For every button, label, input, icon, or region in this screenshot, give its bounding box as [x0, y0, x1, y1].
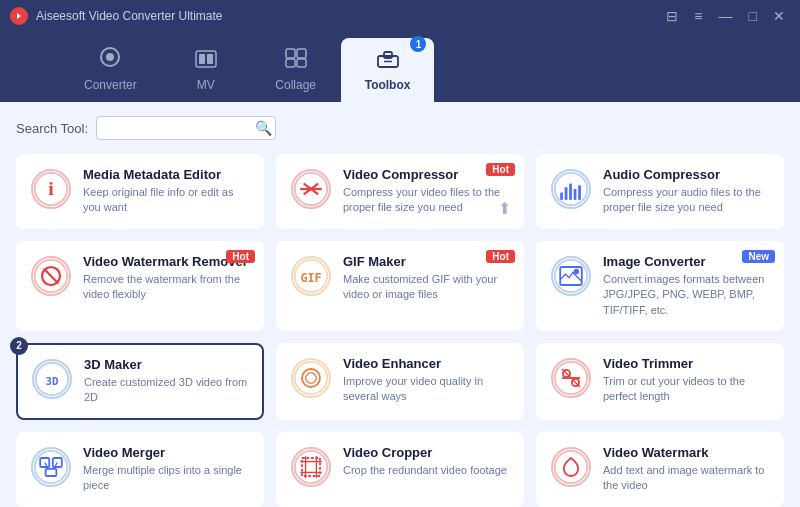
tool-card-video-enhancer[interactable]: Video Enhancer Improve your video qualit…: [276, 343, 524, 420]
nav-item-collage[interactable]: Collage: [251, 40, 341, 102]
tool-icon-video-watermark: [551, 447, 591, 487]
tool-icon-video-merger: [31, 447, 71, 487]
svg-rect-20: [569, 184, 572, 200]
search-input[interactable]: [105, 121, 255, 135]
tool-card-video-watermark-remover[interactable]: Video Watermark Remover Remove the water…: [16, 241, 264, 331]
minimize-btn[interactable]: ⊟: [661, 6, 683, 26]
collage-icon: [285, 48, 307, 74]
svg-point-33: [295, 362, 327, 394]
tool-icon-video-trimmer: [551, 358, 591, 398]
svg-rect-7: [297, 49, 306, 58]
nav-label-toolbox: Toolbox: [365, 78, 411, 92]
tool-info-video-merger: Video Merger Merge multiple clips into a…: [83, 445, 249, 494]
nav-bar: Converter MV Collage 1: [0, 32, 800, 102]
nav-label-mv: MV: [197, 78, 215, 92]
tool-desc-video-watermark: Add text and image watermark to the vide…: [603, 463, 769, 494]
tool-card-video-compressor[interactable]: Video Compressor Compress your video fil…: [276, 154, 524, 229]
tool-name-audio-compressor: Audio Compressor: [603, 167, 769, 182]
title-bar: Aiseesoft Video Converter Ultimate ⊟ ≡ —…: [0, 0, 800, 32]
app-logo: [10, 7, 28, 25]
nav-item-converter[interactable]: Converter: [60, 38, 161, 102]
tool-icon-3d-maker: 3D: [32, 359, 72, 399]
tool-info-video-cropper: Video Cropper Crop the redundant video f…: [343, 445, 509, 478]
tool-desc-gif-maker: Make customized GIF with your video or i…: [343, 272, 509, 303]
tool-name-video-trimmer: Video Trimmer: [603, 356, 769, 371]
tool-icon-image-converter: [551, 256, 591, 296]
svg-line-25: [44, 269, 58, 283]
toolbox-badge-num: 1: [410, 36, 426, 52]
nav-label-collage: Collage: [275, 78, 316, 92]
tool-card-media-metadata-editor[interactable]: i Media Metadata Editor Keep original fi…: [16, 154, 264, 229]
tool-info-3d-maker: 3D Maker Create customized 3D video from…: [84, 357, 248, 406]
tool-desc-image-converter: Convert images formats between JPG/JPEG,…: [603, 272, 769, 318]
badge-image-converter: New: [742, 250, 775, 263]
converter-icon: [99, 46, 121, 74]
search-input-wrap: 🔍: [96, 116, 276, 140]
tool-icon-gif-maker: GIF: [291, 256, 331, 296]
maximize-btn[interactable]: □: [744, 6, 762, 26]
tool-icon-video-compressor: [291, 169, 331, 209]
svg-rect-43: [46, 469, 57, 476]
app-title: Aiseesoft Video Converter Ultimate: [36, 9, 223, 23]
nav-item-toolbox[interactable]: 1 Toolbox: [341, 38, 435, 102]
svg-text:GIF: GIF: [300, 271, 321, 285]
tool-card-video-watermark[interactable]: Video Watermark Add text and image water…: [536, 432, 784, 507]
tool-info-video-enhancer: Video Enhancer Improve your video qualit…: [343, 356, 509, 405]
svg-rect-5: [207, 54, 213, 64]
tool-info-video-watermark: Video Watermark Add text and image water…: [603, 445, 769, 494]
svg-point-46: [295, 451, 327, 483]
svg-rect-11: [384, 52, 392, 58]
close-btn[interactable]: ✕: [768, 6, 790, 26]
tool-card-image-converter[interactable]: Image Converter Convert images formats b…: [536, 241, 784, 331]
minimize-window-btn[interactable]: —: [714, 6, 738, 26]
badge-video-watermark-remover: Hot: [226, 250, 255, 263]
tool-card-video-cropper[interactable]: Video Cropper Crop the redundant video f…: [276, 432, 524, 507]
mv-icon: [195, 48, 217, 74]
tool-name-gif-maker: GIF Maker: [343, 254, 509, 269]
tool-desc-3d-maker: Create customized 3D video from 2D: [84, 375, 248, 406]
menu-btn[interactable]: ≡: [689, 6, 707, 26]
tool-card-gif-maker[interactable]: GIF GIF Maker Make customized GIF with y…: [276, 241, 524, 331]
svg-point-2: [106, 53, 114, 61]
tool-name-3d-maker: 3D Maker: [84, 357, 248, 372]
title-bar-left: Aiseesoft Video Converter Ultimate: [10, 7, 223, 25]
badge-video-compressor: Hot: [486, 163, 515, 176]
tool-card-3d-maker[interactable]: 2 3D 3D Maker Create customized 3D video…: [16, 343, 264, 420]
tool-icon-video-cropper: [291, 447, 331, 487]
tool-icon-video-watermark-remover: [31, 256, 71, 296]
tool-desc-audio-compressor: Compress your audio files to the proper …: [603, 185, 769, 216]
tool-card-video-merger[interactable]: Video Merger Merge multiple clips into a…: [16, 432, 264, 507]
card-badge-3d-maker: 2: [10, 337, 28, 355]
nav-item-mv[interactable]: MV: [161, 40, 251, 102]
svg-point-52: [555, 451, 587, 483]
main-content: Search Tool: 🔍 i Media Metadata Editor K…: [0, 102, 800, 507]
svg-point-30: [574, 269, 579, 274]
svg-rect-47: [302, 458, 320, 476]
tool-desc-video-merger: Merge multiple clips into a single piece: [83, 463, 249, 494]
upload-arrow-icon: ⬆: [498, 199, 511, 218]
svg-text:3D: 3D: [46, 375, 59, 388]
tool-icon-video-enhancer: [291, 358, 331, 398]
tool-info-media-metadata-editor: Media Metadata Editor Keep original file…: [83, 167, 249, 216]
tool-info-audio-compressor: Audio Compressor Compress your audio fil…: [603, 167, 769, 216]
search-icon[interactable]: 🔍: [255, 120, 272, 136]
tool-card-audio-compressor[interactable]: Audio Compressor Compress your audio fil…: [536, 154, 784, 229]
nav-label-converter: Converter: [84, 78, 137, 92]
search-bar: Search Tool: 🔍: [16, 116, 784, 140]
tool-name-video-merger: Video Merger: [83, 445, 249, 460]
tool-card-video-trimmer[interactable]: Video Trimmer Trim or cut your videos to…: [536, 343, 784, 420]
svg-rect-22: [578, 185, 581, 199]
tool-info-video-watermark-remover: Video Watermark Remover Remove the water…: [83, 254, 249, 303]
badge-gif-maker: Hot: [486, 250, 515, 263]
svg-rect-18: [560, 193, 563, 200]
tool-name-video-compressor: Video Compressor: [343, 167, 509, 182]
tool-desc-video-cropper: Crop the redundant video footage: [343, 463, 509, 478]
tool-info-gif-maker: GIF Maker Make customized GIF with your …: [343, 254, 509, 303]
tool-name-video-cropper: Video Cropper: [343, 445, 509, 460]
tool-name-video-watermark: Video Watermark: [603, 445, 769, 460]
svg-rect-21: [574, 189, 577, 200]
tool-name-media-metadata-editor: Media Metadata Editor: [83, 167, 249, 182]
tool-desc-video-enhancer: Improve your video quality in several wa…: [343, 374, 509, 405]
tool-desc-media-metadata-editor: Keep original file info or edit as you w…: [83, 185, 249, 216]
tool-icon-audio-compressor: [551, 169, 591, 209]
